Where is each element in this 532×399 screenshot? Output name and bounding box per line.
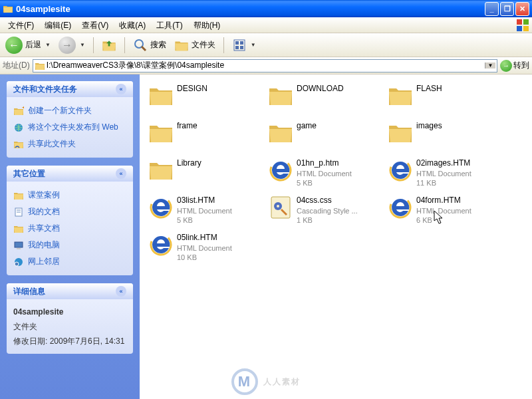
folders-icon — [174, 38, 189, 53]
collapse-icon: « — [116, 286, 126, 297]
back-button[interactable]: ← 后退 ▼ — [3, 35, 53, 55]
file-size: 5 KB — [177, 215, 265, 225]
file-name: 01hn_p.htm — [297, 158, 384, 169]
toolbar: ← 后退 ▼ → ▼ 搜索 文件夹 ▼ — [0, 33, 532, 57]
svg-point-23 — [15, 262, 19, 266]
views-button[interactable]: ▼ — [229, 37, 259, 54]
file-item[interactable]: game — [266, 118, 386, 156]
documents-icon — [13, 207, 24, 217]
file-size: 10 KB — [177, 253, 265, 262]
file-item[interactable]: frame — [146, 118, 266, 156]
folders-button[interactable]: 文件夹 — [172, 37, 218, 54]
collapse-icon: « — [116, 168, 126, 179]
search-button[interactable]: 搜索 — [130, 37, 169, 54]
other-mycomputer[interactable]: 我的电脑 — [13, 237, 126, 253]
details-panel: 详细信息 « 04samplesite 文件夹 修改日期: 2009年7月6日,… — [7, 283, 133, 354]
file-type: HTML Document — [177, 206, 265, 215]
address-bar: 地址(D) I:\DreamweaverCS3录像\8\课堂案例\04sampl… — [0, 57, 532, 74]
folder-icon — [148, 82, 174, 109]
file-item[interactable]: 04form.HTMHTML Document6 KB — [386, 193, 505, 230]
file-name: 04css.css — [297, 196, 384, 206]
address-input[interactable]: I:\DreamweaverCS3录像\8\课堂案例\04samplesite … — [33, 59, 497, 72]
other-network[interactable]: 网上邻居 — [13, 253, 126, 270]
menu-help[interactable]: 帮助(H) — [188, 17, 226, 33]
close-button[interactable]: ✕ — [515, 2, 529, 16]
file-name: 04form.HTM — [416, 196, 504, 206]
file-size: 6 KB — [416, 215, 504, 225]
tasks-title: 文件和文件夹任务 — [13, 84, 77, 95]
file-item[interactable]: 03list.HTMHTML Document5 KB — [146, 193, 266, 230]
file-item[interactable]: images — [386, 118, 505, 156]
menu-view[interactable]: 查看(V) — [76, 17, 114, 33]
folder-icon — [267, 82, 294, 109]
sidebar: 文件和文件夹任务 « ✦ 创建一个新文件夹 将这个文件夹发布到 Web 共享此文… — [0, 74, 140, 399]
file-name: 05link.HTM — [177, 233, 265, 243]
file-item[interactable]: DOWNLOAD — [266, 81, 386, 118]
ie-html-file-icon — [148, 231, 174, 258]
details-title: 详细信息 — [13, 286, 45, 297]
other-mydocs[interactable]: 我的文档 — [13, 203, 126, 220]
folder-icon — [13, 190, 24, 201]
separator — [93, 37, 94, 53]
ie-html-file-icon — [267, 157, 294, 184]
watermark-logo-icon: M — [231, 368, 258, 395]
details-type: 文件夹 — [13, 319, 126, 334]
file-name: 03list.HTM — [177, 196, 265, 206]
search-label: 搜索 — [150, 39, 166, 51]
watermark: M 人人素材 — [231, 368, 301, 395]
svg-rect-14 — [240, 46, 243, 49]
tasks-panel: 文件和文件夹任务 « ✦ 创建一个新文件夹 将这个文件夹发布到 Web 共享此文… — [7, 81, 133, 158]
forward-button[interactable]: → ▼ — [56, 35, 88, 55]
folder-icon — [35, 61, 45, 71]
file-item[interactable]: DESIGN — [146, 81, 266, 118]
search-icon — [133, 38, 148, 53]
other-header[interactable]: 其它位置 « — [7, 166, 133, 182]
details-modified: 修改日期: 2009年7月6日, 14:31 — [13, 334, 126, 348]
details-header[interactable]: 详细信息 « — [7, 283, 133, 299]
task-share[interactable]: 共享此文件夹 — [13, 136, 126, 152]
address-dropdown-icon[interactable]: ▼ — [485, 63, 495, 68]
file-item[interactable]: 04css.cssCascading Style ...1 KB — [266, 193, 386, 230]
menu-file[interactable]: 文件(F) — [3, 17, 39, 33]
file-name: DESIGN — [177, 84, 265, 94]
file-type: HTML Document — [177, 243, 265, 253]
ie-html-file-icon — [387, 194, 414, 221]
file-item[interactable]: 01hn_p.htmHTML Document5 KB — [266, 156, 386, 193]
ie-html-file-icon — [387, 157, 414, 184]
windows-logo-icon — [516, 19, 529, 32]
folder-icon — [3, 3, 13, 14]
minimize-button[interactable]: _ — [485, 2, 499, 16]
other-shared[interactable]: 共享文档 — [13, 220, 126, 237]
maximize-button[interactable]: ❐ — [500, 2, 514, 16]
svg-rect-20 — [15, 242, 23, 247]
menubar: 文件(F) 编辑(E) 查看(V) 收藏(A) 工具(T) 帮助(H) — [0, 17, 532, 33]
details-name: 04samplesite — [13, 307, 63, 317]
go-button[interactable]: → 转到 — [500, 60, 529, 72]
chevron-down-icon: ▼ — [45, 42, 51, 48]
folder-up-icon — [102, 38, 116, 53]
file-item[interactable]: 02images.HTMHTML Document11 KB — [386, 156, 505, 193]
menu-edit[interactable]: 编辑(E) — [39, 17, 76, 33]
task-new-folder[interactable]: ✦ 创建一个新文件夹 — [13, 102, 126, 119]
file-name: images — [416, 121, 504, 132]
share-icon — [13, 139, 24, 150]
go-arrow-icon: → — [500, 60, 512, 72]
folder-icon — [387, 120, 414, 146]
network-icon — [13, 257, 24, 267]
menu-favorites[interactable]: 收藏(A) — [114, 17, 151, 33]
file-item[interactable]: FLASH — [386, 81, 505, 118]
go-label: 转到 — [513, 60, 529, 71]
chevron-down-icon: ▼ — [80, 42, 85, 48]
task-publish[interactable]: 将这个文件夹发布到 Web — [13, 119, 126, 136]
other-parent[interactable]: 课堂案例 — [13, 187, 126, 203]
file-item[interactable]: 05link.HTMHTML Document10 KB — [146, 230, 266, 267]
file-type: Cascading Style ... — [297, 206, 384, 215]
window-title: 04samplesite — [16, 4, 485, 14]
file-type: HTML Document — [416, 206, 504, 215]
forward-arrow-icon: → — [62, 39, 72, 51]
up-button[interactable] — [99, 37, 119, 54]
menu-tools[interactable]: 工具(T) — [151, 17, 188, 33]
svg-rect-11 — [235, 41, 239, 45]
file-item[interactable]: Library — [146, 156, 266, 193]
tasks-header[interactable]: 文件和文件夹任务 « — [7, 81, 133, 97]
